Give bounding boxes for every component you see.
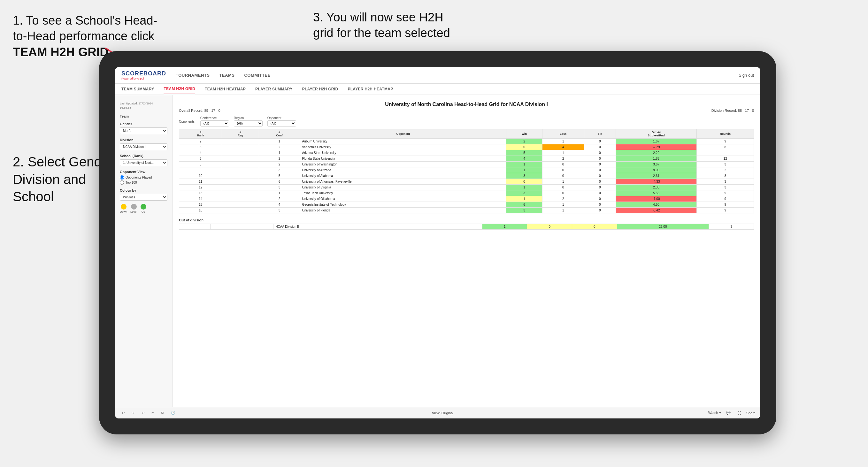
sidebar-opponent-view-label: Opponent View: [120, 170, 167, 174]
cell-loss: 0: [542, 162, 584, 167]
annotation1-bold: TEAM H2H GRID: [13, 45, 108, 59]
ood-loss: 0: [527, 224, 572, 230]
cell-name: University of Virginia: [300, 185, 506, 190]
table-row: 3 2 Vanderbilt University 0 4 0 -2.29 8: [179, 145, 754, 150]
cell-diff: 3.67: [616, 162, 697, 167]
cell-name: University of Oklahoma: [300, 196, 506, 202]
annotation-3: 3. You will now see H2H grid for the tea…: [313, 9, 505, 41]
nav-teams[interactable]: TEAMS: [219, 71, 235, 79]
conference-filter-select[interactable]: (All): [200, 120, 229, 126]
toolbar-watch[interactable]: Watch ▾: [708, 411, 721, 415]
cell-conf: 2: [259, 162, 300, 167]
conference-filter-group: Conference (All): [200, 116, 229, 126]
cell-tie: 0: [584, 138, 616, 145]
toolbar-cut[interactable]: ✂: [150, 410, 156, 416]
cell-win: 0: [506, 145, 542, 150]
cell-win: 1: [506, 167, 542, 173]
data-table: #Rank #Reg #Conf Opponent Win Loss Tie D…: [179, 129, 754, 213]
color-legend: Down Level Up: [120, 204, 167, 213]
col-rounds: Rounds: [697, 129, 754, 138]
sub-nav-team-h2h-grid[interactable]: TEAM H2H GRID: [163, 84, 195, 94]
cell-reg: [222, 150, 259, 156]
radio-top100[interactable]: Top 100: [120, 181, 167, 185]
sidebar-timestamp: Last Updated: 27/03/2024 16:55:38: [120, 101, 167, 110]
cell-tie: 0: [584, 208, 616, 213]
radio-opponents-played[interactable]: Opponents Played: [120, 175, 167, 180]
toolbar-undo[interactable]: ↩: [120, 410, 126, 416]
sub-nav-player-summary[interactable]: PLAYER SUMMARY: [255, 84, 292, 94]
color-dot-up: [141, 204, 146, 210]
school-select[interactable]: 1. University of Nort...: [120, 159, 167, 166]
sidebar-division-label: Division: [120, 138, 167, 142]
nav-committee[interactable]: COMMITTEE: [244, 71, 271, 79]
cell-loss: 1: [542, 179, 584, 185]
ood-rounds: 3: [709, 224, 754, 230]
toolbar-redo[interactable]: ↪: [130, 410, 136, 416]
cell-loss: 0: [542, 185, 584, 190]
cell-rank: 16: [179, 208, 222, 213]
cell-win: 3: [506, 208, 542, 213]
cell-win: 4: [506, 156, 542, 162]
cell-rounds: [697, 150, 754, 156]
gender-select[interactable]: Men's: [120, 127, 167, 134]
toolbar-fullscreen[interactable]: ⛶: [736, 410, 743, 416]
cell-name: Arizona State University: [300, 150, 506, 156]
ood-rank: [179, 224, 211, 230]
region-filter-select[interactable]: (All): [234, 120, 262, 126]
sub-nav-team-summary[interactable]: TEAM SUMMARY: [121, 84, 154, 94]
cell-rounds: 12: [697, 156, 754, 162]
cell-rank: 14: [179, 196, 222, 202]
color-dot-level: [131, 204, 137, 210]
cell-loss: 1: [542, 208, 584, 213]
cell-tie: 0: [584, 145, 616, 150]
annotation3-line2: grid for the team selected: [313, 26, 450, 40]
cell-conf: 3: [259, 167, 300, 173]
division-select[interactable]: NCAA Division I: [120, 144, 167, 150]
cell-diff: -1.00: [616, 196, 697, 202]
annotation1-line2: to-Head performance click: [13, 29, 155, 43]
colour-by-select[interactable]: Win/loss: [120, 194, 167, 200]
cell-tie: 0: [584, 173, 616, 179]
cell-reg: [222, 190, 259, 196]
conference-filter-label: Conference: [200, 116, 229, 120]
nav-sign-out[interactable]: | Sign out: [736, 73, 754, 77]
cell-loss: 4: [542, 145, 584, 150]
sub-nav: TEAM SUMMARY TEAM H2H GRID TEAM H2H HEAT…: [115, 84, 760, 95]
cell-win: 0: [506, 179, 542, 185]
ood-tie: 0: [572, 224, 617, 230]
cell-tie: 0: [584, 167, 616, 173]
cell-win: 3: [506, 190, 542, 196]
sub-nav-player-h2h-heatmap[interactable]: PLAYER H2H HEATMAP: [348, 84, 393, 94]
overall-record: Overall Record: 89 - 17 - 0: [179, 108, 220, 113]
toolbar-clock[interactable]: 🕐: [169, 410, 177, 416]
cell-rounds: 3: [697, 185, 754, 190]
ood-name: NCAA Division II: [274, 224, 483, 230]
col-reg: #Reg: [222, 129, 259, 138]
cell-rank: 6: [179, 156, 222, 162]
cell-conf: 4: [259, 202, 300, 208]
toolbar-copy[interactable]: ⧉: [159, 410, 166, 416]
cell-diff: -4.33: [616, 179, 697, 185]
cell-name: University of Alabama: [300, 173, 506, 179]
cell-rank: 2: [179, 138, 222, 145]
cell-rounds: 9: [697, 202, 754, 208]
cell-win: 1: [506, 185, 542, 190]
cell-rank: 8: [179, 162, 222, 167]
toolbar-share[interactable]: Share: [746, 411, 755, 415]
cell-rank: 4: [179, 150, 222, 156]
toolbar-back[interactable]: ↩: [140, 410, 146, 416]
ood-win: 1: [482, 224, 527, 230]
sub-nav-player-h2h-grid[interactable]: PLAYER H2H GRID: [302, 84, 338, 94]
sub-nav-team-h2h-heatmap[interactable]: TEAM H2H HEATMAP: [205, 84, 246, 94]
grid-title: University of North Carolina Head-to-Hea…: [179, 101, 754, 107]
cell-loss: 1: [542, 138, 584, 145]
toolbar-comment[interactable]: 💬: [724, 410, 733, 416]
opponent-filter-select[interactable]: (All): [268, 120, 296, 126]
cell-diff: 2.33: [616, 185, 697, 190]
cell-rank: 11: [179, 179, 222, 185]
cell-conf: 2: [259, 196, 300, 202]
nav-tournaments[interactable]: TOURNAMENTS: [176, 71, 210, 79]
cell-conf: 1: [259, 190, 300, 196]
cell-diff: 2.29: [616, 150, 697, 156]
table-row: 2 1 Auburn University 2 1 0 1.67 9: [179, 138, 754, 145]
